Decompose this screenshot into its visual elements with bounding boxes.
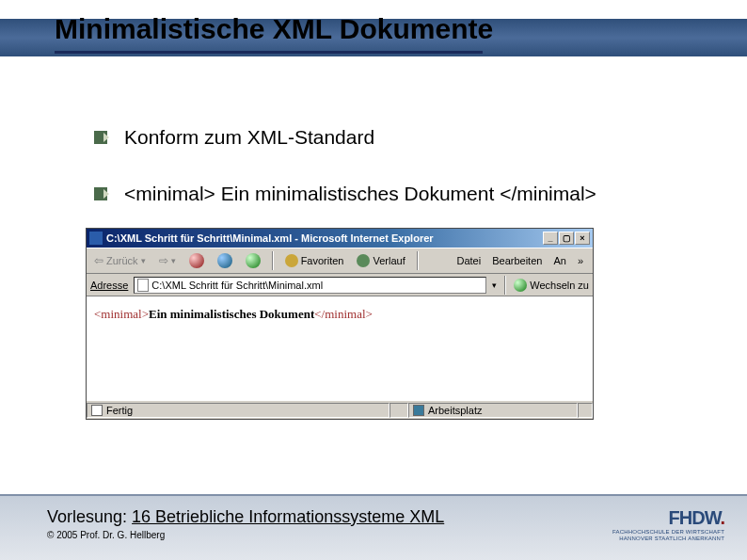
menu-more[interactable]: » [578, 255, 583, 266]
status-text: Fertig [106, 405, 133, 416]
go-label: Wechseln zu [530, 280, 589, 291]
ie-app-icon [89, 232, 103, 245]
lecture-label: Vorlesung: [47, 507, 127, 526]
back-arrow-icon: ⇦ [94, 254, 103, 267]
bullet-icon [94, 131, 107, 144]
stop-icon [189, 253, 204, 268]
go-button[interactable]: Wechseln zu [514, 279, 589, 292]
favorites-label: Favoriten [301, 255, 344, 266]
lecture-title: 16 Betriebliche Informationssysteme XML [132, 507, 444, 526]
bullet-item: <minimal> Ein minimalistisches Dokument … [94, 183, 659, 205]
logo-sub2: HANNOVER STAATLICH ANERKANNT [612, 536, 724, 542]
home-icon [246, 253, 261, 268]
logo-main-text: FHDW [669, 507, 721, 528]
back-button[interactable]: ⇦ Zurück ▾ [90, 252, 150, 269]
menu-bar: Datei Bearbeiten An » [457, 255, 590, 266]
stop-button[interactable] [185, 251, 208, 270]
maximize-button[interactable]: ▢ [559, 232, 574, 245]
status-left-cell: Fertig [87, 403, 389, 418]
bullet-icon [94, 187, 107, 200]
ie-titlebar: C:\XML Schritt für Schritt\Minimal.xml -… [87, 229, 593, 248]
fhdw-logo: FHDW. FACHHOCHSCHULE DER WIRTSCHAFT HANN… [612, 507, 724, 541]
minimize-button[interactable]: _ [543, 232, 558, 245]
go-icon [514, 279, 527, 292]
forward-arrow-icon: ⇨ [159, 254, 168, 267]
address-dropdown-icon[interactable]: ▾ [492, 280, 497, 290]
dropdown-icon: ▾ [171, 256, 176, 265]
favorites-button[interactable]: Favoriten [281, 252, 348, 269]
status-right-cell: Arbeitsplatz [408, 403, 578, 418]
logo-text: FHDW. [612, 507, 724, 529]
toolbar-separator [417, 251, 419, 270]
forward-button[interactable]: ⇨ ▾ [155, 252, 180, 269]
address-label: Adresse [90, 280, 128, 291]
ie-title-text: C:\XML Schritt für Schritt\Minimal.xml -… [106, 232, 543, 244]
ie-window: C:\XML Schritt für Schritt\Minimal.xml -… [86, 228, 594, 420]
status-bar: Fertig Arbeitsplatz [87, 400, 593, 419]
toolbar-separator [504, 276, 506, 295]
bullet-text: <minimal> Ein minimalistisches Dokument … [124, 183, 596, 205]
address-value: C:\XML Schritt für Schritt\Minimal.xml [151, 280, 323, 291]
menu-edit[interactable]: Bearbeiten [492, 255, 542, 266]
title-underline [55, 51, 483, 54]
status-spacer [389, 403, 408, 418]
ie-content-area: <minimal>Ein minimalistisches Dokument</… [87, 296, 593, 400]
bullet-text: Konform zum XML-Standard [124, 126, 374, 149]
bullet-list: Konform zum XML-Standard <minimal> Ein m… [94, 126, 659, 239]
resize-grip [578, 403, 593, 418]
favorites-icon [285, 254, 298, 267]
toolbar-separator [272, 251, 274, 270]
xml-open-tag: <minimal> [94, 307, 149, 321]
footer: Vorlesung: 16 Betriebliche Informationss… [0, 494, 747, 560]
window-buttons: _ ▢ × [543, 232, 590, 245]
refresh-button[interactable] [214, 251, 236, 270]
xml-text: Ein minimalistisches Dokument [149, 307, 314, 321]
slide-title: Minimalistische XML Dokumente [55, 13, 493, 45]
document-icon [137, 279, 149, 292]
address-bar: Adresse C:\XML Schritt für Schritt\Minim… [87, 274, 593, 296]
logo-sub1: FACHHOCHSCHULE DER WIRTSCHAFT [612, 529, 724, 536]
history-button[interactable]: Verlauf [353, 252, 408, 269]
status-doc-icon [91, 405, 103, 416]
xml-close-tag: </minimal> [314, 307, 373, 321]
back-label: Zurück [106, 255, 138, 266]
menu-file[interactable]: Datei [457, 255, 482, 266]
zone-icon [413, 405, 424, 416]
refresh-icon [217, 253, 232, 268]
menu-view[interactable]: An [553, 255, 565, 266]
address-input[interactable]: C:\XML Schritt für Schritt\Minimal.xml [134, 277, 486, 294]
ie-toolbar: ⇦ Zurück ▾ ⇨ ▾ Favoriten Verlauf Datei [87, 248, 593, 274]
history-label: Verlauf [373, 255, 405, 266]
dropdown-icon: ▾ [141, 256, 146, 265]
bullet-item: Konform zum XML-Standard [94, 126, 659, 149]
close-button[interactable]: × [575, 232, 590, 245]
zone-text: Arbeitsplatz [428, 405, 482, 416]
home-button[interactable] [242, 251, 264, 270]
history-icon [357, 254, 370, 267]
